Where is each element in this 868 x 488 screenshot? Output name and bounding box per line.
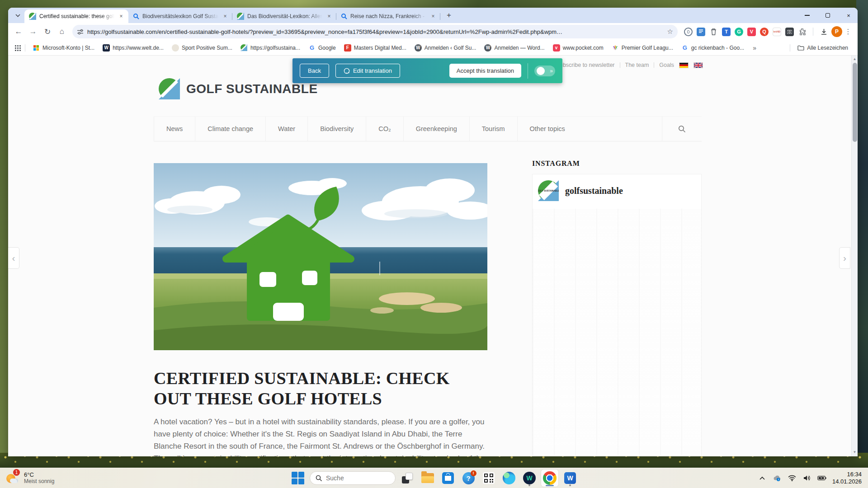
nav-item-water[interactable]: Water [265,117,307,141]
subscribe-link[interactable]: Subscribe to newsletter [556,62,615,68]
nav-item-climate-change[interactable]: Climate change [195,117,265,141]
bookmark-item[interactable]: F Masters Digital Med... [341,43,410,53]
forward-icon[interactable]: → [26,25,40,38]
instagram-profile-row[interactable]: GOLF SUSTAINABLE golfsustainable [533,174,701,207]
browser-tab[interactable]: Reise nach Nizza, Frankreich - S × [336,9,440,23]
edit-translation-icon [344,68,350,74]
battery-icon[interactable] [817,474,826,483]
bookmark-label: www.pocket.com [563,45,604,51]
extension-save-icon[interactable]: V [747,28,756,36]
goals-link[interactable]: Goals [659,62,674,68]
site-settings-icon[interactable] [77,28,84,35]
instagram-account-name[interactable]: golfsustainable [565,186,623,196]
tab-title: Reise nach Nizza, Frankreich - S [350,13,426,19]
new-tab-button[interactable]: + [443,9,455,21]
nav-item-greenkeeping[interactable]: Greenkeeping [403,117,469,141]
tab-close-icon[interactable]: × [326,13,333,20]
edge-browser-icon[interactable] [500,469,518,487]
page-scrollbar[interactable]: ▲ ▼ [851,56,858,456]
chrome-icon-active[interactable] [541,469,558,487]
start-button[interactable] [289,469,307,487]
edit-translation-button[interactable]: Edit translation [335,64,400,78]
tab-close-icon[interactable]: × [118,13,125,20]
bookmark-item[interactable]: Sport Positive Sum... [169,43,236,53]
bookmark-item[interactable]: Premier Golf Leagu... [609,43,676,53]
nav-item-news[interactable]: News [154,117,195,141]
scrollbar-thumb[interactable] [853,63,857,142]
browser-menu-icon[interactable]: ⋮ [843,28,853,36]
extension-camera-icon[interactable] [785,28,794,36]
address-bar[interactable]: https://golfsustainable.com/en/certified… [72,25,678,38]
tray-chevron-icon[interactable] [758,474,767,483]
browser-tab-active[interactable]: Certified sustainable: these golf × [24,9,128,23]
apps-grid-icon[interactable] [14,45,21,51]
next-post-arrow[interactable]: › [839,247,850,269]
bookmark-item[interactable]: https://golfsustaina... [237,43,303,53]
extension-q-icon[interactable]: Q [760,28,769,36]
tab-search-chevron-icon[interactable] [12,9,24,21]
task-view-button[interactable] [399,469,416,487]
extension-invid-icon[interactable]: InVID [773,28,781,36]
scroll-up-icon[interactable]: ▲ [853,56,857,62]
downloads-icon[interactable] [817,25,830,38]
bookmark-item[interactable]: G Google [305,43,339,53]
tab-close-icon[interactable]: × [429,13,437,20]
extension-t-icon[interactable]: T [722,28,731,36]
extensions-puzzle-icon[interactable] [798,28,807,36]
scroll-down-icon[interactable]: ▼ [853,449,857,455]
help-app-icon[interactable]: ?! [460,469,477,487]
word-icon[interactable]: W [561,469,579,487]
translation-toggle[interactable]: » [534,66,555,76]
nav-item-other-topics[interactable]: Other topics [517,117,577,141]
google-favicon: G [681,44,689,52]
nav-item-tourism[interactable]: Tourism [469,117,517,141]
minimize-button[interactable] [802,11,811,20]
previous-post-arrow[interactable]: ‹ [8,247,19,269]
all-bookmarks-button[interactable]: Alle Lesezeichen [794,43,851,52]
accept-translation-button[interactable]: Accept this translation [449,64,521,78]
uk-flag-icon[interactable] [693,62,703,68]
bookmark-item[interactable]: v www.pocket.com [550,43,607,53]
back-button[interactable]: Back [300,64,329,78]
onedrive-cloud-icon[interactable]: i [773,474,782,483]
extension-notes-icon[interactable] [697,28,705,36]
extension-trash-icon[interactable] [709,28,718,36]
wifi-icon[interactable] [788,474,797,483]
browser-window: Certified sustainable: these golf × Biod… [8,8,858,456]
volume-icon[interactable] [802,474,811,483]
bookmark-item[interactable]: W https://www.welt.de... [99,43,167,53]
url-text[interactable]: https://golfsustainable.com/en/certified… [87,28,664,35]
close-button[interactable]: × [844,11,853,20]
bookmarks-overflow-chevron[interactable]: » [749,44,760,52]
nav-item-biodiversity[interactable]: Biodiversity [307,117,366,141]
bookmark-item[interactable]: Microsoft-Konto | St... [29,43,98,53]
nav-item-co2[interactable]: CO₂ [366,117,403,141]
site-search-button[interactable] [662,117,702,141]
weather-widget[interactable]: 1 6°C Meist sonnig [0,471,118,485]
taskbar-clock[interactable]: 16:34 14.01.2026 [832,471,862,485]
reload-icon[interactable]: ↻ [41,25,54,38]
browser-tab[interactable]: Das Biodiversität-Lexikon: Alles × [232,9,336,23]
bookmark-star-icon[interactable]: ☆ [667,28,673,36]
extension-grammarly-icon[interactable]: G [735,28,743,36]
microsoft-store-icon[interactable] [439,469,457,487]
profile-avatar[interactable]: P [831,26,842,37]
maximize-button[interactable] [823,11,832,20]
bookmark-item[interactable]: W Anmelden — Word... [481,43,547,53]
home-icon[interactable]: ⌂ [55,25,69,38]
extension-privacy-icon[interactable] [684,28,693,36]
german-flag-icon[interactable] [679,62,689,68]
bookmark-label: gc rickenbach - Goo... [691,45,744,51]
tab-close-icon[interactable]: × [222,13,229,20]
clock-time: 16:34 [832,471,862,478]
browser-tab[interactable]: Biodiversitätslexikon Golf Susta × [128,9,232,23]
back-icon[interactable]: ← [12,25,25,38]
taskbar-search-input[interactable] [326,474,380,482]
bookmark-item[interactable]: W Anmelden ‹ Golf Su... [411,43,480,53]
taskbar-search[interactable] [310,471,396,485]
bookmark-item[interactable]: G gc rickenbach - Goo... [678,43,747,53]
file-explorer-icon[interactable] [419,469,436,487]
webex-icon[interactable]: W [521,469,538,487]
qr-app-icon[interactable] [480,469,497,487]
team-link[interactable]: The team [625,62,649,68]
